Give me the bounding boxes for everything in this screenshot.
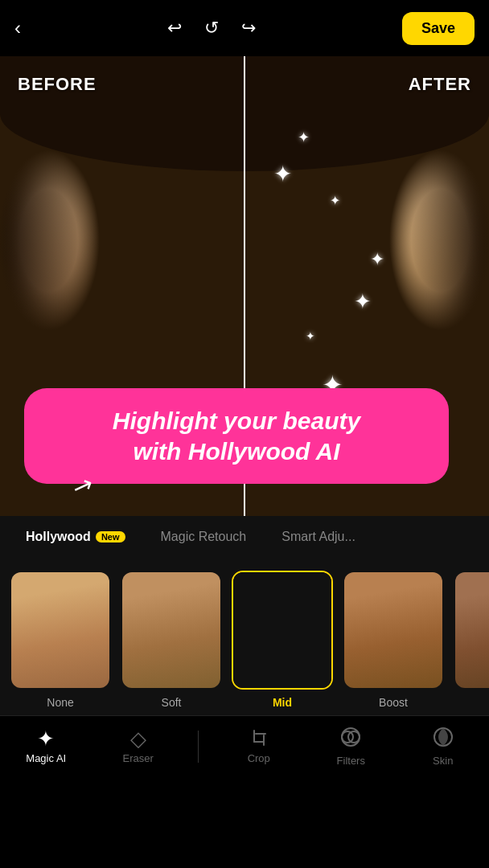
filter-none[interactable]: None [8, 571, 113, 715]
svg-rect-2 [263, 735, 265, 746]
filter-thumb-none [10, 571, 111, 690]
sparkle-icon-3: ✦ [330, 193, 340, 208]
top-bar-center: ↩ ↺ ↪ [167, 19, 256, 37]
filter-extra[interactable]: Extra [452, 571, 489, 715]
skin-icon [432, 726, 454, 751]
svg-rect-0 [253, 730, 255, 743]
toolbar-label-skin: Skin [433, 755, 453, 767]
filter-soft[interactable]: Soft [119, 571, 224, 715]
svg-rect-1 [253, 741, 265, 743]
eraser-icon: ◇ [130, 728, 146, 749]
toolbar-filters[interactable]: Filters [318, 726, 383, 767]
back-button[interactable]: ‹ [14, 18, 21, 38]
toolbar-skin[interactable]: Skin [411, 726, 475, 767]
toolbar-magic-ai[interactable]: ✦ Magic AI [14, 728, 78, 764]
top-bar: ‹ ↩ ↺ ↪ Save [0, 0, 489, 56]
after-label: AFTER [409, 74, 471, 95]
sparkle-icon-2: ✦ [273, 161, 292, 187]
filters-row: None Soft Mid Boost Extra [0, 558, 489, 715]
toolbar-label-eraser: Eraser [123, 752, 154, 764]
sparkle-icon-5: ✦ [354, 289, 372, 314]
sparkle-icon-4: ✦ [370, 249, 384, 270]
redo-button[interactable]: ↪ [241, 19, 256, 37]
filter-thumb-soft [121, 571, 222, 690]
filter-thumb-mid [232, 571, 333, 690]
svg-point-4 [342, 728, 360, 746]
tab-smart-adjust[interactable]: Smart Adju... [264, 516, 373, 558]
crop-icon [249, 728, 269, 749]
image-area: BEFORE AFTER ✦ ✦ ✦ ✦ ✦ ✦ ✦ Highlight you… [0, 56, 489, 516]
filter-mid[interactable]: Mid [230, 571, 335, 715]
filter-label-none: None [47, 696, 73, 715]
bottom-toolbar: ✦ Magic AI ◇ Eraser Crop Filters [0, 715, 489, 784]
filter-label-mid: Mid [273, 696, 292, 715]
sparkle-icon-1: ✦ [298, 129, 310, 146]
toolbar-label-crop: Crop [248, 752, 270, 764]
toolbar-label-filters: Filters [337, 755, 365, 767]
undo-button[interactable]: ↩ [167, 19, 182, 37]
save-button[interactable]: Save [402, 12, 475, 45]
toolbar-crop[interactable]: Crop [227, 728, 291, 764]
toolbar-eraser[interactable]: ◇ Eraser [106, 728, 171, 764]
filter-label-soft: Soft [162, 696, 182, 715]
filter-thumb-boost [343, 571, 444, 690]
toolbar-label-magic-ai: Magic AI [26, 752, 66, 764]
before-label: BEFORE [18, 74, 97, 95]
filter-boost[interactable]: Boost [341, 571, 446, 715]
reset-button[interactable]: ↺ [204, 19, 219, 37]
sparkle-icon-6: ✦ [306, 330, 315, 342]
promo-banner: Highlight your beautywith Hollywood AI [24, 388, 449, 484]
promo-banner-text: Highlight your beautywith Hollywood AI [47, 406, 426, 466]
tab-magic-retouch[interactable]: Magic Retouch [143, 516, 265, 558]
filters-icon [339, 726, 362, 751]
filter-label-boost: Boost [379, 696, 408, 715]
svg-rect-3 [255, 733, 266, 735]
toolbar-divider [198, 731, 199, 763]
filter-thumb-extra [454, 571, 489, 690]
tab-hollywood[interactable]: Hollywood New [8, 516, 143, 558]
tabs-row: Hollywood New Magic Retouch Smart Adju..… [0, 516, 489, 558]
tab-badge-new: New [96, 531, 125, 542]
magic-ai-icon: ✦ [37, 728, 55, 749]
